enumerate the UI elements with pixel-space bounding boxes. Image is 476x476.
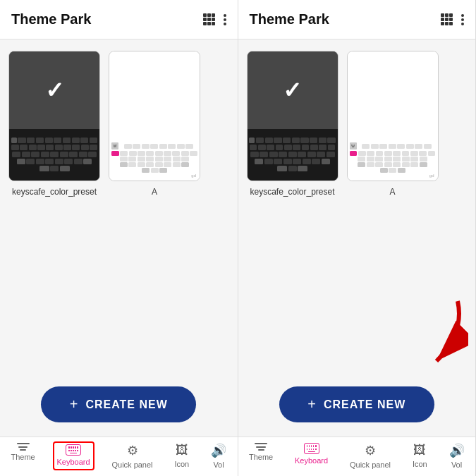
left-quickpanel-icon: ⚙: [127, 443, 138, 458]
left-plus-icon: +: [70, 396, 79, 413]
left-card-light-image: W: [109, 51, 200, 181]
kb-row-5: [11, 166, 97, 171]
right-app-header: Theme Park: [238, 0, 476, 39]
right-theme-label: Theme: [249, 453, 273, 461]
right-card-keyscafe-label: keyscafe_color_preset: [250, 187, 334, 197]
left-quickpanel-label: Quick panel: [111, 460, 152, 469]
right-icon-nav-icon: 🖼: [413, 443, 426, 458]
left-dark-keyboard: [9, 129, 99, 181]
left-keyboard-grid-icon[interactable]: [203, 13, 215, 25]
left-light-keyboard: W: [109, 51, 200, 181]
right-panel: Theme Park: [238, 0, 477, 476]
left-menu-icon[interactable]: [224, 14, 226, 25]
right-kb-row-1: [250, 138, 336, 143]
left-selected-overlay: ✓: [9, 51, 99, 129]
right-header-icons: [441, 13, 464, 25]
left-keyboard-icon: [66, 444, 81, 456]
left-card-keyscafe-label: keyscafe_color_preset: [12, 187, 97, 197]
left-theme-card-a[interactable]: W: [109, 51, 200, 197]
right-checkmark: ✓: [283, 77, 302, 104]
right-quickpanel-label: Quick panel: [350, 460, 391, 469]
right-keyboard-icon: [304, 443, 319, 454]
left-nav-quickpanel[interactable]: ⚙ Quick panel: [107, 441, 157, 470]
right-card-a-label: A: [389, 187, 395, 197]
left-header-icons: [203, 13, 226, 25]
left-dark-top: ✓: [9, 51, 99, 129]
left-nav-keyboard[interactable]: Keyboard: [53, 441, 94, 470]
left-keyboard-label: Keyboard: [57, 458, 90, 466]
right-dark-keyboard: [248, 129, 338, 181]
left-checkmark: ✓: [45, 77, 64, 104]
right-menu-icon[interactable]: [461, 14, 464, 25]
left-theme-card-keyscafe[interactable]: ✓: [8, 51, 100, 197]
right-theme-card-a[interactable]: W: [347, 51, 439, 197]
right-card-dark-image: ✓: [247, 51, 338, 181]
left-vol-icon: 🔊: [211, 443, 226, 458]
left-card-a-label: A: [152, 187, 157, 197]
right-keyboard-grid-icon[interactable]: [441, 13, 453, 25]
left-vol-label: Vol: [213, 460, 224, 469]
right-quickpanel-icon: ⚙: [365, 443, 376, 458]
right-create-new-button[interactable]: + CREATE NEW: [279, 386, 434, 422]
kb-row-3: [11, 152, 97, 157]
left-theme-icon: [17, 443, 30, 451]
right-create-label: CREATE NEW: [324, 398, 405, 411]
left-icon-label: Icon: [174, 460, 189, 468]
right-theme-card-keyscafe[interactable]: ✓: [247, 51, 338, 197]
left-app-title: Theme Park: [11, 11, 203, 28]
right-kb-row-5: [250, 166, 336, 171]
right-bottom-nav: Theme Keyb: [238, 437, 476, 476]
right-content-area: ✓: [238, 39, 476, 219]
left-bottom-nav: Theme Keyb: [0, 437, 238, 476]
kb-row-4: [11, 159, 97, 164]
left-create-label: CREATE NEW: [85, 398, 167, 411]
right-nav-quickpanel[interactable]: ⚙ Quick panel: [346, 441, 395, 470]
left-app-header: Theme Park: [0, 0, 238, 39]
left-nav-icon[interactable]: 🖼 Icon: [170, 441, 193, 470]
left-panel: Theme Park: [0, 0, 238, 476]
left-create-new-button[interactable]: + CREATE NEW: [41, 386, 196, 422]
left-icon-nav-icon: 🖼: [176, 443, 188, 458]
kb-row-1: [11, 138, 97, 143]
left-content-area: ✓: [0, 39, 238, 219]
right-vol-label: Vol: [451, 460, 462, 469]
red-arrow-svg: [405, 298, 468, 368]
right-kb-row-4: [250, 159, 336, 164]
left-create-btn-area: + CREATE NEW: [0, 375, 238, 434]
right-theme-icon: [255, 443, 267, 451]
right-nav-keyboard[interactable]: Keyboard: [291, 441, 332, 470]
right-kb-row-3: [250, 152, 336, 157]
right-vol-icon: 🔊: [449, 443, 465, 458]
left-card-dark-image: ✓: [8, 51, 100, 181]
right-nav-icon[interactable]: 🖼 Icon: [408, 441, 432, 470]
right-nav-vol[interactable]: 🔊 Vol: [445, 441, 469, 470]
right-selected-overlay: ✓: [248, 51, 338, 129]
right-app-title: Theme Park: [250, 11, 441, 28]
left-nav-vol[interactable]: 🔊 Vol: [207, 441, 231, 470]
right-kb-row-2: [250, 145, 336, 150]
left-nav-theme[interactable]: Theme: [6, 441, 39, 470]
kb-row-2: [11, 145, 97, 150]
left-theme-label: Theme: [11, 453, 35, 461]
right-plus-icon: +: [307, 396, 317, 413]
right-nav-theme[interactable]: Theme: [245, 441, 277, 470]
right-keyboard-label: Keyboard: [295, 456, 328, 465]
right-light-keyboard: W: [348, 51, 438, 181]
right-icon-label: Icon: [413, 460, 427, 468]
right-card-light-image: W: [347, 51, 439, 181]
right-dark-top: ✓: [248, 51, 338, 129]
right-create-btn-area: + CREATE NEW: [238, 375, 476, 434]
